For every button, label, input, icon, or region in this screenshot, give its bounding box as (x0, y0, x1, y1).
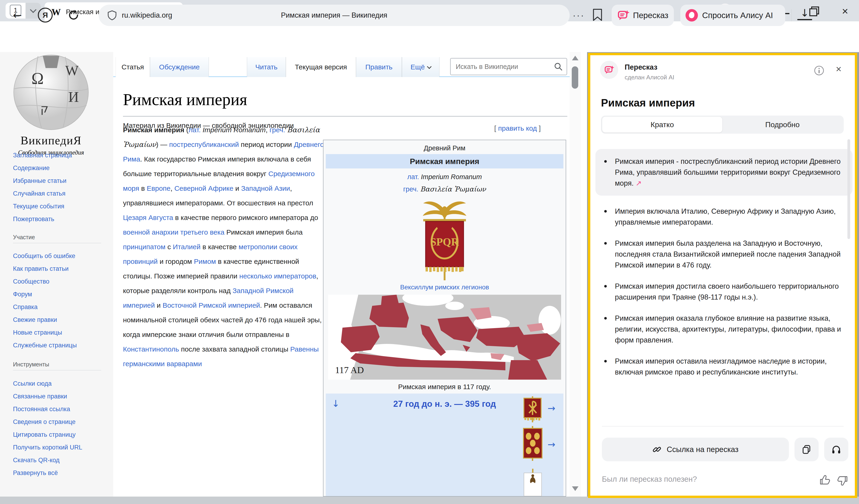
wiki-link[interactable]: Северной Африке (174, 184, 233, 192)
thumbs-down-icon[interactable] (837, 475, 849, 487)
latin-label-link[interactable]: лат. (407, 173, 419, 181)
empire-map-image[interactable]: 117 AD (328, 295, 561, 380)
wiki-link[interactable]: Римом (194, 258, 216, 265)
wiki-link[interactable]: Константинополь (123, 345, 179, 353)
tab-talk[interactable]: Обсуждение (150, 57, 209, 77)
more-options-icon[interactable]: ··· (573, 10, 585, 21)
sidebar-link[interactable]: Заглавная страница (13, 151, 110, 159)
wiki-link[interactable]: Европе (147, 184, 170, 192)
toolbar-divider (791, 9, 792, 21)
wiki-link[interactable]: постреспубликанский (169, 141, 239, 148)
summary-bullet: Империя включала Италию, Северную Африку… (596, 206, 853, 228)
vexillum-image[interactable]: SPQR (410, 196, 479, 282)
bookmark-icon[interactable] (592, 9, 603, 21)
wiki-link[interactable]: Западной Азии (241, 184, 290, 192)
sidebar-link[interactable]: Текущие события (13, 202, 110, 210)
tab-edit[interactable]: Править (356, 57, 402, 77)
summary-bullet[interactable]: Римская империя - постреспубликанский пе… (596, 149, 853, 196)
greek-label-link[interactable]: греч. (403, 185, 418, 193)
address-bar[interactable]: ru.wikipedia.org Римская империя — Викип… (99, 5, 570, 26)
sidebar-link[interactable]: Цитировать страницу (13, 431, 110, 439)
retell-link-button[interactable]: Ссылка на пересказ (602, 438, 789, 461)
sidebar-link[interactable]: Свежие правки (13, 316, 110, 324)
tab-current-version[interactable]: Текущая версия (286, 57, 356, 77)
panel-close-icon[interactable]: × (836, 64, 842, 75)
dots-banner-image[interactable] (522, 426, 544, 461)
text-run: с (165, 243, 173, 250)
wiki-link[interactable]: греч. (270, 126, 285, 134)
sidebar-section-participation: Участие (13, 234, 101, 243)
sidebar-link[interactable]: Развернуть всё (13, 469, 110, 477)
info-icon[interactable] (814, 65, 824, 76)
retell-button-label: Пересказ (633, 11, 668, 20)
sidebar-link[interactable]: Ссылки сюда (13, 380, 110, 387)
summary-bullet-list: Римская империя - постреспубликанский пе… (596, 149, 853, 378)
text-run: , (170, 184, 175, 192)
vexillum-caption-link[interactable]: Вексиллум римских легионов (323, 284, 566, 291)
sidebar-link[interactable]: Сообщество (13, 277, 110, 286)
svg-text:ק: ק (40, 102, 48, 115)
text-run: Ри́мская импе́рия (123, 126, 186, 134)
thumbs-up-icon[interactable] (819, 474, 831, 486)
ask-alice-button[interactable]: Спросить Алису AI (680, 5, 785, 26)
sidebar-link[interactable]: Форум (13, 290, 110, 298)
tab-more[interactable]: Ещё (402, 57, 439, 77)
wiki-search-box[interactable] (450, 58, 567, 75)
sidebar-link[interactable]: Справка (13, 303, 110, 311)
back-icon[interactable]: ← (9, 7, 26, 23)
infobox-context[interactable]: Древний Рим (323, 144, 566, 152)
link-icon (652, 445, 662, 454)
text-run: ) — (156, 141, 169, 148)
panel-scrollbar-thumb[interactable] (847, 139, 850, 239)
yandex-icon[interactable]: Я (37, 7, 54, 23)
sidebar-section-tools: Инструменты (13, 361, 101, 370)
scroll-up-arrow[interactable] (572, 56, 578, 60)
scrollbar-thumb[interactable] (572, 66, 578, 89)
svg-text:И: И (68, 89, 79, 105)
listen-button[interactable] (824, 438, 848, 461)
retell-toolbar-button[interactable]: Пересказ (612, 5, 674, 26)
sidebar-link[interactable]: Служебные страницы (13, 341, 110, 349)
tab-read[interactable]: Читать (247, 57, 286, 77)
copy-button[interactable] (795, 438, 819, 461)
feedback-question: Был ли пересказ полезен? (602, 475, 697, 484)
right-arrow-icon[interactable]: → (547, 439, 556, 450)
sidebar-link[interactable]: Избранные статьи (13, 177, 110, 185)
tab-article[interactable]: Статья (116, 57, 150, 77)
wiki-link[interactable]: Восточной Римской империей (163, 302, 260, 309)
sidebar-link[interactable]: Скачать QR-код (13, 456, 110, 464)
wiki-link[interactable]: несколько императоров (239, 272, 316, 280)
sidebar-link[interactable]: Сообщить об ошибке (13, 252, 110, 260)
external-link-icon[interactable]: ↗ (635, 179, 642, 187)
scroll-down-arrow[interactable] (572, 486, 578, 491)
wiki-link[interactable]: Цезаря Августа (123, 214, 173, 222)
edit-code-link[interactable]: [ править код ] (494, 124, 541, 132)
wiki-link[interactable]: военной анархии третьего века (123, 228, 224, 236)
sidebar-link[interactable]: Постоянная ссылка (13, 405, 110, 413)
labarum-flag-image[interactable] (523, 396, 543, 422)
search-input[interactable] (451, 63, 554, 71)
search-icon[interactable] (554, 62, 563, 71)
sidebar-link[interactable]: Как править статьи (13, 265, 110, 273)
wikipedia-globe-logo[interactable]: Ω W И ק (12, 54, 90, 131)
sidebar-link[interactable]: Сведения о странице (13, 418, 110, 426)
tab-detailed[interactable]: Подробно (722, 117, 843, 133)
sidebar-link[interactable]: Получить короткий URL (13, 443, 110, 451)
sidebar-link[interactable]: Связанные правки (13, 392, 110, 400)
wiki-link[interactable]: лат. (189, 126, 201, 134)
wiki-link[interactable]: принципатом (123, 243, 165, 250)
close-icon[interactable]: × (838, 4, 852, 18)
right-arrow-icon[interactable]: → (547, 403, 556, 413)
refresh-icon[interactable] (65, 7, 82, 23)
tab-brief[interactable]: Кратко (602, 117, 722, 133)
scrollbar-track[interactable] (570, 52, 581, 497)
text-run: период истории (239, 141, 294, 148)
eagle-flag-image[interactable] (524, 469, 542, 496)
text-run: , (266, 126, 270, 134)
sidebar-link[interactable]: Случайная статья (13, 189, 110, 197)
sidebar-link[interactable]: Содержание (13, 164, 110, 172)
wiki-link[interactable]: Италией (173, 243, 200, 250)
sidebar-link[interactable]: Пожертвовать (13, 215, 110, 223)
downloads-icon[interactable]: ↓ (797, 8, 812, 20)
sidebar-link[interactable]: Новые страницы (13, 329, 110, 336)
